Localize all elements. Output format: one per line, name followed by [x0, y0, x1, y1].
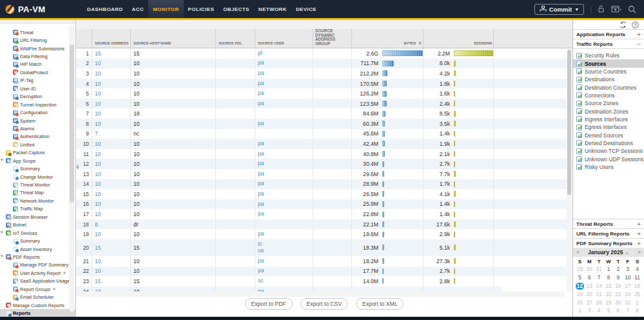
source-user[interactable]: pa	[255, 119, 313, 129]
report-item-unknown-udp-sessions[interactable]: Unknown UDP Sessions	[573, 155, 644, 163]
column-header-sessions[interactable]: SESSIONS	[424, 29, 494, 48]
table-row[interactable]: 51010pa126.2M1.6k	[76, 88, 572, 99]
calendar-day[interactable]: 3	[585, 307, 594, 315]
table-row[interactable]: 101010pa42.4M1.9k	[76, 139, 572, 149]
table-row[interactable]: 21010pa711.7M8.0k	[76, 59, 572, 69]
calendar-day[interactable]: 27	[585, 299, 594, 308]
source-address[interactable]: 10	[92, 68, 131, 79]
calendar-day[interactable]: 8	[632, 307, 642, 315]
source-address[interactable]: 10	[92, 119, 131, 129]
export-to-csv-button[interactable]: Export to CSV	[300, 298, 348, 310]
source-user[interactable]: pa	[255, 256, 313, 266]
sidebar-item-packet-capture[interactable]: Packet Capture	[0, 149, 75, 157]
help-icon[interactable]: ?	[632, 20, 639, 31]
nav-objects[interactable]: OBJECTS	[219, 0, 254, 18]
calendar-day[interactable]: 8	[604, 274, 614, 283]
export-to-pdf-button[interactable]: Export to PDF	[245, 298, 293, 310]
source-user[interactable]	[255, 129, 313, 139]
sidebar-scrollbar[interactable]	[69, 25, 75, 312]
table-row[interactable]: 11515pl2.6G2.2M	[76, 48, 572, 59]
report-item-denied-destinations[interactable]: Denied Destinations	[573, 139, 644, 147]
source-address[interactable]: 10	[92, 99, 131, 109]
table-row[interactable]: 111010pa40.8M2.1k	[76, 149, 572, 159]
sidebar-item-system[interactable]: System	[0, 117, 75, 125]
source-user[interactable]	[255, 108, 313, 119]
sidebar-item-iot-devices[interactable]: ▾IoT Devices	[0, 229, 75, 237]
table-row[interactable]: 7101884.6M8.5k	[76, 108, 572, 119]
source-user[interactable]: pa	[255, 189, 313, 199]
calendar-day[interactable]: 13	[585, 283, 594, 291]
calendar-day[interactable]: 1	[604, 266, 614, 274]
table-row[interactable]: 81010pa60.3M3.5k	[76, 119, 572, 129]
source-address[interactable]: 10	[92, 229, 131, 239]
calendar-day[interactable]: 26	[575, 299, 585, 308]
calendar-day[interactable]: 1	[632, 299, 642, 308]
calendar-day[interactable]: 2	[575, 307, 585, 315]
calendar-day[interactable]: 7	[594, 274, 604, 283]
sidebar-item-summary[interactable]: Summary	[0, 237, 75, 245]
table-row[interactable]: 131010pa29.6M7.7k	[76, 169, 572, 179]
sort-chevron-icon[interactable]: ∨	[418, 41, 422, 46]
report-item-egress-interfaces[interactable]: Egress Interfaces	[573, 123, 644, 131]
source-user[interactable]: pa	[255, 159, 313, 169]
table-row[interactable]: 201515tc us18.3M5.1k	[76, 239, 572, 256]
sidebar-item-report-groups[interactable]: Report Groups	[0, 285, 75, 293]
nav-monitor[interactable]: MONITOR	[148, 0, 183, 18]
calendar-day[interactable]: 9	[613, 274, 623, 283]
report-item-unknown-tcp-sessions[interactable]: Unknown TCP Sessions	[573, 147, 644, 155]
sidebar-item-app-scope[interactable]: ▾App Scope	[0, 157, 75, 165]
calendar-day[interactable]: 18	[632, 283, 642, 291]
calendar-prev[interactable]: <	[576, 249, 580, 255]
sidebar-item-user-id[interactable]: User-ID	[0, 85, 75, 92]
sidebar-item-authentication[interactable]: Authentication	[0, 133, 75, 141]
chevron-down-icon[interactable]: ▾	[1, 157, 3, 163]
sidebar-item-manage-pdf-summary[interactable]: Manage PDF Summary	[0, 261, 75, 269]
report-item-source-countries[interactable]: Source Countries	[573, 68, 644, 75]
table-row[interactable]: 97.nc45.6M1.4k	[76, 129, 572, 139]
table-row[interactable]: 151010pa26.5M4.1k	[76, 189, 572, 199]
sidebar-item-asset-inventory[interactable]: Asset Inventory	[0, 245, 75, 253]
section-traffic-reports[interactable]: Traffic Reports−	[573, 39, 644, 48]
calendar-day[interactable]: 29	[575, 266, 585, 274]
table-row[interactable]: 31010pa212.2M4.2k	[76, 68, 572, 79]
table-row[interactable]: 241010pa	[76, 286, 502, 292]
sidebar-collapse-handle[interactable]	[76, 165, 79, 170]
source-user[interactable]: pl	[255, 48, 313, 59]
source-address[interactable]: 10	[92, 266, 131, 277]
sidebar-item-botnet[interactable]: Botnet	[0, 221, 75, 229]
calendar-day[interactable]: 14	[594, 283, 604, 291]
calendar-day[interactable]: 3	[623, 266, 632, 274]
calendar-day[interactable]: 2	[613, 266, 623, 274]
refresh-icon[interactable]	[620, 20, 627, 31]
export-to-xml-button[interactable]: Export to XML	[356, 298, 404, 310]
sidebar-item-saas-application-usage[interactable]: SaaS Application Usage	[0, 277, 75, 285]
source-user[interactable]: pa	[255, 199, 313, 210]
calendar-day[interactable]: 20	[585, 291, 594, 299]
calendar-day[interactable]: 19	[575, 291, 585, 299]
source-address[interactable]: 15	[92, 48, 131, 59]
source-address[interactable]: 10	[92, 179, 131, 190]
calendar-day[interactable]: 16	[613, 283, 623, 291]
sidebar-item-alarms[interactable]: Alarms	[0, 125, 75, 132]
column-header-source-user[interactable]: SOURCE USER	[255, 29, 313, 48]
section-pdf-summary-reports[interactable]: PDF Summary Reports+	[573, 238, 644, 248]
sidebar-item-tunnel-inspection[interactable]: Tunnel Inspection	[0, 101, 75, 108]
source-address[interactable]: 10	[92, 59, 131, 69]
table-row[interactable]: 161010pa25.9M1.4k	[76, 199, 572, 210]
calendar-day[interactable]: 12	[575, 283, 585, 291]
chevron-down-icon[interactable]: ▾	[1, 254, 3, 259]
table-row[interactable]: 121010pa30.4M2.7k	[76, 159, 572, 169]
source-address[interactable]: 15	[92, 239, 131, 256]
table-row[interactable]: 41010pa170.5M1.8k	[76, 79, 572, 89]
calendar-day[interactable]: 29	[604, 299, 614, 308]
horizontal-scrollbar[interactable]	[76, 292, 565, 297]
source-user[interactable]: pa	[255, 99, 313, 109]
sidebar-item-globalprotect[interactable]: GlobalProtect	[0, 68, 75, 76]
source-address[interactable]: 10	[92, 159, 131, 169]
calendar-day[interactable]: 24	[623, 291, 632, 299]
expand-icon[interactable]: +	[637, 240, 641, 247]
source-address[interactable]: 10	[92, 169, 131, 179]
sidebar-item-threat[interactable]: Threat	[0, 28, 75, 36]
sidebar-item-email-scheduler[interactable]: Email Scheduler	[0, 293, 75, 301]
source-address[interactable]: 10	[92, 256, 131, 266]
